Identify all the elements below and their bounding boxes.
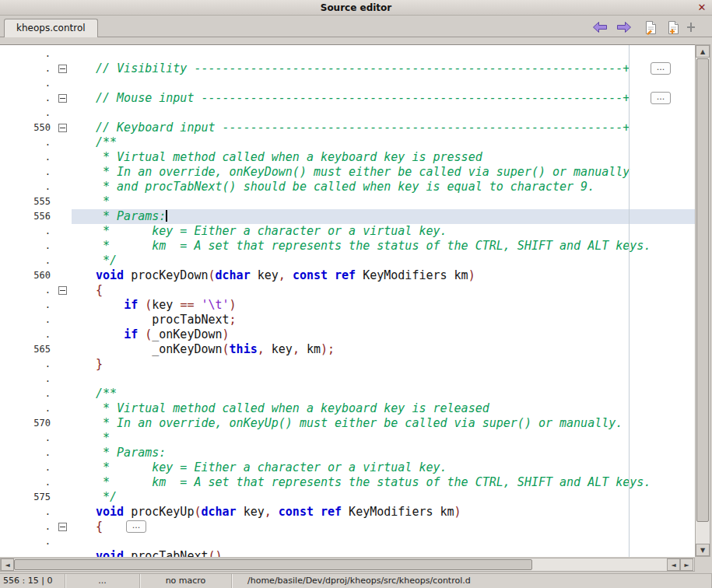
scroll-down-button[interactable]: ▼ (696, 544, 710, 556)
code-text: * key = Either a character or a virtual … (72, 224, 695, 239)
code-line[interactable]: 575 */ (0, 490, 695, 505)
titlebar[interactable]: Source editor ✕ (0, 0, 712, 16)
code-viewport[interactable]: ..// Visibility ------------------------… (0, 44, 695, 557)
detach-editor-button[interactable] (684, 19, 698, 36)
code-line[interactable]: . (0, 106, 695, 121)
token-cm: + (623, 61, 630, 75)
vertical-scrollbar[interactable]: ▲ ▼ (695, 44, 710, 557)
token-cm: * Virtual method called when a keyboard … (96, 150, 482, 164)
token-cm: * (96, 194, 110, 208)
tabbar: kheops.control (0, 16, 712, 37)
code-line[interactable]: .} (0, 357, 695, 372)
fold-column (54, 357, 72, 372)
horizontal-scrollbar[interactable]: ◄ ◄ ► (0, 558, 695, 572)
line-dot: . (0, 76, 54, 91)
token-sym: == (180, 298, 194, 312)
token-cm: /** (96, 387, 117, 401)
token-id (138, 298, 145, 312)
fold-collapse-box[interactable] (58, 286, 67, 295)
folded-code-ellipsis[interactable]: ... (651, 62, 671, 75)
code-line[interactable]: . * km = A set that represents the statu… (0, 239, 695, 254)
code-line[interactable]: . * key = Either a character or a virtua… (0, 460, 695, 475)
status-extra: ... (65, 574, 140, 588)
save-document-as-button[interactable] (664, 19, 682, 36)
fold-column (54, 268, 72, 283)
code-line[interactable]: . * and procTabNext() should be called w… (0, 180, 695, 194)
code-line[interactable]: .void procTabNext() (0, 549, 695, 557)
code-line[interactable]: .{... (0, 520, 695, 534)
code-line[interactable]: 555 * (0, 194, 695, 209)
fold-column (54, 254, 72, 268)
folded-code-ellipsis[interactable]: ... (651, 92, 671, 104)
fold-column (54, 47, 72, 61)
folded-code-ellipsis[interactable]: ... (126, 520, 146, 533)
fold-column (54, 165, 72, 180)
save-document-as-icon (667, 20, 680, 35)
code-line[interactable]: . (0, 76, 695, 91)
code-text: * Virtual method called when a keyboard … (72, 401, 695, 416)
code-line[interactable]: .{ (0, 283, 695, 298)
code-line[interactable]: . * Virtual method called when a keyboar… (0, 401, 695, 416)
scroll-up-button[interactable]: ▲ (696, 45, 710, 58)
fold-column (54, 520, 72, 534)
code-text: */ (72, 254, 695, 268)
code-line[interactable]: 570 * In an override, onKeyUp() must eit… (0, 416, 695, 431)
token-id (138, 327, 145, 341)
code-line[interactable]: . (0, 47, 695, 61)
code-text: * key = Either a character or a virtual … (72, 460, 695, 475)
code-line[interactable]: 550// Keyboard input -------------------… (0, 121, 695, 135)
vertical-scroll-thumb[interactable] (696, 58, 709, 522)
horizontal-scroll-thumb[interactable] (14, 559, 532, 570)
back-arrow-icon (592, 21, 608, 33)
tab-kheops-control[interactable]: kheops.control (4, 19, 98, 37)
line-number: 575 (0, 490, 54, 505)
code-line[interactable]: 560void procKeyDown(dchar key, const ref… (0, 268, 695, 283)
code-line[interactable]: . * key = Either a character or a virtua… (0, 224, 695, 239)
token-id: procKeyUp (124, 505, 194, 519)
code-text: // Keyboard input ----------------------… (72, 121, 695, 135)
code-line[interactable]: . * In an override, onKeyDown() must eit… (0, 165, 695, 180)
code-text (72, 106, 695, 121)
fold-column (54, 61, 72, 76)
code-text: * and procTabNext() should be called whe… (72, 180, 695, 194)
fold-column (54, 431, 72, 446)
token-kw: void (96, 549, 124, 557)
fold-collapse-box[interactable] (58, 124, 67, 132)
scroll-left-button-2[interactable]: ◄ (667, 558, 680, 571)
code-line[interactable]: ./** (0, 387, 695, 401)
code-line[interactable]: . (0, 534, 695, 549)
code-line[interactable]: ./** (0, 135, 695, 150)
code-line[interactable]: .// Visibility -------------------------… (0, 61, 695, 76)
token-id (272, 505, 279, 519)
code-line[interactable]: .// Mouse input ------------------------… (0, 91, 695, 106)
go-forward-button[interactable] (615, 19, 633, 36)
scroll-left-button[interactable]: ◄ (1, 558, 14, 571)
save-document-button[interactable] (641, 19, 660, 36)
close-button[interactable]: ✕ (696, 2, 708, 14)
code-line[interactable]: . if (key == '\t') (0, 298, 695, 313)
text-caret (166, 210, 167, 222)
token-cm: // Mouse input (96, 91, 201, 105)
fold-column (54, 135, 72, 150)
token-id: _onKeyDown (152, 327, 222, 341)
code-line[interactable]: . procTabNext; (0, 313, 695, 327)
code-lines: ..// Visibility ------------------------… (0, 45, 695, 557)
code-line[interactable]: 565 _onKeyDown(this, key, km); (0, 342, 695, 357)
code-line[interactable]: . (0, 372, 695, 387)
fold-collapse-box[interactable] (58, 523, 67, 531)
fold-collapse-box[interactable] (58, 65, 67, 73)
code-line[interactable]: . * Params: (0, 446, 695, 460)
code-line[interactable]: .void procKeyUp(dchar key, const ref Key… (0, 505, 695, 520)
code-line[interactable]: . * Virtual method called when a keyboar… (0, 150, 695, 165)
code-line[interactable]: 556 * Params: (0, 209, 695, 224)
code-line[interactable]: . * km = A set that represents the statu… (0, 475, 695, 490)
code-line[interactable]: . if (_onKeyDown) (0, 327, 695, 342)
token-cm: * Params: (96, 209, 166, 223)
go-back-button[interactable] (591, 19, 609, 36)
code-line[interactable]: . * (0, 431, 695, 446)
fold-collapse-box[interactable] (58, 94, 67, 103)
code-line[interactable]: . */ (0, 254, 695, 268)
code-text: * (72, 431, 695, 446)
scroll-right-button[interactable]: ► (680, 558, 693, 571)
token-cm: * and procTabNext() should be called whe… (96, 180, 595, 194)
